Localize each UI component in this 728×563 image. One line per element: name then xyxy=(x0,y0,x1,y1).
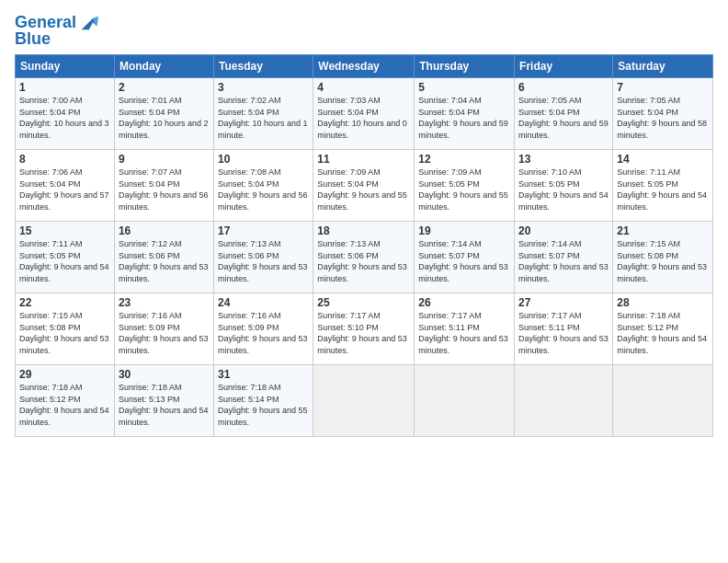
calendar-cell xyxy=(515,365,613,437)
calendar-cell: 13Sunrise: 7:10 AMSunset: 5:05 PMDayligh… xyxy=(515,150,613,222)
weekday-header-friday: Friday xyxy=(515,55,613,78)
day-number: 2 xyxy=(119,81,210,94)
calendar-cell xyxy=(415,365,515,437)
weekday-header-thursday: Thursday xyxy=(415,55,515,78)
calendar-cell: 28Sunrise: 7:18 AMSunset: 5:12 PMDayligh… xyxy=(613,293,713,365)
calendar-cell: 1Sunrise: 7:00 AMSunset: 5:04 PMDaylight… xyxy=(16,78,115,150)
day-info: Sunrise: 7:15 AMSunset: 5:08 PMDaylight:… xyxy=(19,311,109,355)
calendar-cell: 8Sunrise: 7:06 AMSunset: 5:04 PMDaylight… xyxy=(16,150,115,222)
calendar-cell: 4Sunrise: 7:03 AMSunset: 5:04 PMDaylight… xyxy=(313,78,415,150)
calendar-cell: 24Sunrise: 7:16 AMSunset: 5:09 PMDayligh… xyxy=(214,293,313,365)
day-number: 11 xyxy=(317,153,410,166)
day-number: 26 xyxy=(418,296,510,309)
day-info: Sunrise: 7:18 AMSunset: 5:13 PMDaylight:… xyxy=(119,383,209,427)
day-info: Sunrise: 7:11 AMSunset: 5:05 PMDaylight:… xyxy=(617,167,707,212)
day-number: 19 xyxy=(418,224,510,237)
day-number: 12 xyxy=(418,153,510,166)
day-number: 27 xyxy=(518,296,609,309)
day-number: 31 xyxy=(218,368,309,381)
day-number: 3 xyxy=(218,81,309,94)
day-info: Sunrise: 7:18 AMSunset: 5:12 PMDaylight:… xyxy=(617,311,707,355)
weekday-header-tuesday: Tuesday xyxy=(214,55,313,78)
day-info: Sunrise: 7:17 AMSunset: 5:11 PMDaylight:… xyxy=(418,311,508,355)
calendar-cell: 20Sunrise: 7:14 AMSunset: 5:07 PMDayligh… xyxy=(515,222,613,293)
day-number: 22 xyxy=(19,296,110,309)
calendar-cell: 14Sunrise: 7:11 AMSunset: 5:05 PMDayligh… xyxy=(613,150,713,222)
day-info: Sunrise: 7:17 AMSunset: 5:11 PMDaylight:… xyxy=(518,311,609,355)
day-number: 15 xyxy=(19,224,110,237)
calendar-cell: 31Sunrise: 7:18 AMSunset: 5:14 PMDayligh… xyxy=(214,365,313,437)
weekday-header-monday: Monday xyxy=(114,55,213,78)
day-number: 10 xyxy=(218,153,309,166)
day-number: 20 xyxy=(518,224,609,237)
day-info: Sunrise: 7:07 AMSunset: 5:04 PMDaylight:… xyxy=(119,167,209,212)
calendar-week-3: 15Sunrise: 7:11 AMSunset: 5:05 PMDayligh… xyxy=(16,222,713,293)
calendar-week-4: 22Sunrise: 7:15 AMSunset: 5:08 PMDayligh… xyxy=(16,293,713,365)
calendar-cell: 22Sunrise: 7:15 AMSunset: 5:08 PMDayligh… xyxy=(16,293,115,365)
calendar-cell: 7Sunrise: 7:05 AMSunset: 5:04 PMDaylight… xyxy=(613,78,713,150)
day-number: 8 xyxy=(19,153,110,166)
calendar-cell: 17Sunrise: 7:13 AMSunset: 5:06 PMDayligh… xyxy=(214,222,313,293)
day-info: Sunrise: 7:05 AMSunset: 5:04 PMDaylight:… xyxy=(617,96,707,140)
calendar-cell xyxy=(313,365,415,437)
calendar-cell: 30Sunrise: 7:18 AMSunset: 5:13 PMDayligh… xyxy=(114,365,213,437)
weekday-header-saturday: Saturday xyxy=(613,55,713,78)
calendar-cell: 5Sunrise: 7:04 AMSunset: 5:04 PMDaylight… xyxy=(415,78,515,150)
calendar-cell: 10Sunrise: 7:08 AMSunset: 5:04 PMDayligh… xyxy=(214,150,313,222)
day-info: Sunrise: 7:05 AMSunset: 5:04 PMDaylight:… xyxy=(518,96,609,140)
day-number: 18 xyxy=(317,224,410,237)
day-info: Sunrise: 7:01 AMSunset: 5:04 PMDaylight:… xyxy=(119,96,209,140)
calendar-cell: 9Sunrise: 7:07 AMSunset: 5:04 PMDaylight… xyxy=(114,150,213,222)
day-number: 6 xyxy=(518,81,609,94)
calendar-cell: 15Sunrise: 7:11 AMSunset: 5:05 PMDayligh… xyxy=(16,222,115,293)
calendar-cell: 18Sunrise: 7:13 AMSunset: 5:06 PMDayligh… xyxy=(313,222,415,293)
day-number: 5 xyxy=(418,81,510,94)
day-info: Sunrise: 7:14 AMSunset: 5:07 PMDaylight:… xyxy=(418,239,508,283)
day-info: Sunrise: 7:17 AMSunset: 5:10 PMDaylight:… xyxy=(317,311,407,355)
day-info: Sunrise: 7:08 AMSunset: 5:04 PMDaylight:… xyxy=(218,167,308,212)
weekday-header-sunday: Sunday xyxy=(16,55,115,78)
day-number: 16 xyxy=(119,224,210,237)
day-info: Sunrise: 7:16 AMSunset: 5:09 PMDaylight:… xyxy=(119,311,209,355)
day-info: Sunrise: 7:13 AMSunset: 5:06 PMDaylight:… xyxy=(218,239,308,283)
day-number: 25 xyxy=(317,296,410,309)
logo-icon xyxy=(78,13,98,33)
day-info: Sunrise: 7:12 AMSunset: 5:06 PMDaylight:… xyxy=(119,239,209,283)
day-info: Sunrise: 7:03 AMSunset: 5:04 PMDaylight:… xyxy=(317,96,407,140)
day-info: Sunrise: 7:18 AMSunset: 5:12 PMDaylight:… xyxy=(19,383,109,427)
day-number: 30 xyxy=(119,368,210,381)
day-number: 23 xyxy=(119,296,210,309)
day-number: 4 xyxy=(317,81,410,94)
calendar-cell: 16Sunrise: 7:12 AMSunset: 5:06 PMDayligh… xyxy=(114,222,213,293)
day-number: 7 xyxy=(617,81,709,94)
day-info: Sunrise: 7:13 AMSunset: 5:06 PMDaylight:… xyxy=(317,239,407,283)
calendar-cell: 3Sunrise: 7:02 AMSunset: 5:04 PMDaylight… xyxy=(214,78,313,150)
weekday-header-row: SundayMondayTuesdayWednesdayThursdayFrid… xyxy=(16,55,713,78)
calendar-cell: 25Sunrise: 7:17 AMSunset: 5:10 PMDayligh… xyxy=(313,293,415,365)
day-number: 9 xyxy=(119,153,210,166)
calendar-week-2: 8Sunrise: 7:06 AMSunset: 5:04 PMDaylight… xyxy=(16,150,713,222)
day-info: Sunrise: 7:16 AMSunset: 5:09 PMDaylight:… xyxy=(218,311,308,355)
header: General Blue xyxy=(15,9,713,49)
calendar-cell: 21Sunrise: 7:15 AMSunset: 5:08 PMDayligh… xyxy=(613,222,713,293)
calendar-cell: 6Sunrise: 7:05 AMSunset: 5:04 PMDaylight… xyxy=(515,78,613,150)
calendar-cell: 12Sunrise: 7:09 AMSunset: 5:05 PMDayligh… xyxy=(415,150,515,222)
day-number: 14 xyxy=(617,153,709,166)
day-info: Sunrise: 7:09 AMSunset: 5:04 PMDaylight:… xyxy=(317,167,407,212)
calendar-header: SundayMondayTuesdayWednesdayThursdayFrid… xyxy=(16,55,713,78)
calendar-body: 1Sunrise: 7:00 AMSunset: 5:04 PMDaylight… xyxy=(16,78,713,437)
calendar-cell: 11Sunrise: 7:09 AMSunset: 5:04 PMDayligh… xyxy=(313,150,415,222)
calendar-cell: 26Sunrise: 7:17 AMSunset: 5:11 PMDayligh… xyxy=(415,293,515,365)
day-number: 28 xyxy=(617,296,709,309)
day-info: Sunrise: 7:04 AMSunset: 5:04 PMDaylight:… xyxy=(418,96,508,140)
calendar-cell xyxy=(613,365,713,437)
day-info: Sunrise: 7:02 AMSunset: 5:04 PMDaylight:… xyxy=(218,96,308,140)
day-info: Sunrise: 7:09 AMSunset: 5:05 PMDaylight:… xyxy=(418,167,508,212)
page-container: General Blue SundayMondayTuesdayWednesda… xyxy=(0,0,728,444)
calendar-cell: 19Sunrise: 7:14 AMSunset: 5:07 PMDayligh… xyxy=(415,222,515,293)
day-number: 24 xyxy=(218,296,309,309)
calendar-table: SundayMondayTuesdayWednesdayThursdayFrid… xyxy=(15,54,713,437)
day-info: Sunrise: 7:14 AMSunset: 5:07 PMDaylight:… xyxy=(518,239,609,283)
calendar-week-1: 1Sunrise: 7:00 AMSunset: 5:04 PMDaylight… xyxy=(16,78,713,150)
calendar-cell: 29Sunrise: 7:18 AMSunset: 5:12 PMDayligh… xyxy=(16,365,115,437)
